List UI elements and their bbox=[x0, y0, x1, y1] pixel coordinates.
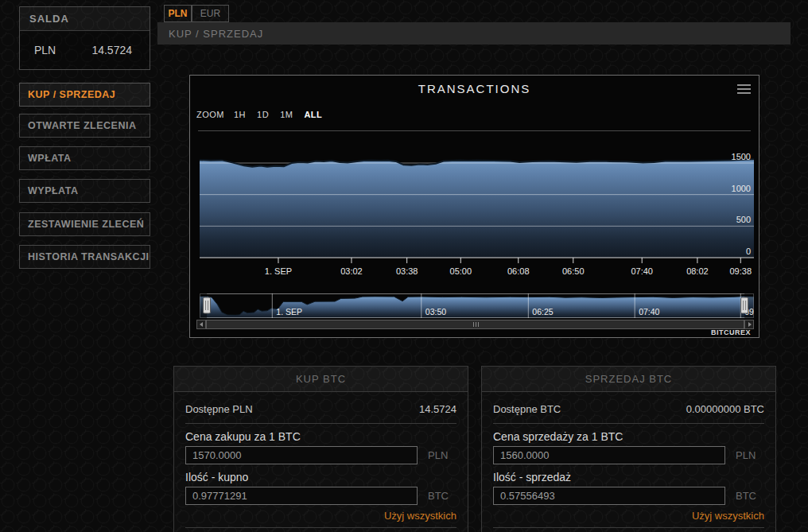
scrollbar-grip-icon bbox=[473, 322, 479, 327]
page-heading: KUP / SPRZEDAJ bbox=[157, 22, 791, 45]
buy-amount-label: Ilość - kupno bbox=[185, 471, 456, 483]
sidebar-item-kup-sprzedaj[interactable]: KUP / SPRZEDAJ bbox=[19, 83, 150, 107]
buy-available-label: Dostępne PLN bbox=[185, 403, 253, 415]
navigator-handle-left[interactable] bbox=[204, 297, 211, 313]
buy-amount-unit: BTC bbox=[428, 490, 449, 502]
balances-title: SALDA bbox=[20, 7, 150, 31]
zoom-label: ZOOM bbox=[196, 110, 224, 119]
divider bbox=[185, 527, 456, 528]
buy-available-value: 14.5724 bbox=[419, 403, 456, 415]
x-axis-label: 1. SEP bbox=[265, 266, 292, 276]
buy-amount-row: BTC bbox=[185, 487, 456, 505]
sell-price-label: Cena sprzedaży za 1 BTC bbox=[493, 430, 764, 443]
sell-use-all-link[interactable]: Użyj wszystkich bbox=[493, 510, 764, 522]
y-axis-label: 1000 bbox=[732, 184, 751, 193]
divider bbox=[493, 527, 764, 528]
zoom-button-1d[interactable]: 1D bbox=[255, 109, 270, 120]
sell-price-unit: PLN bbox=[736, 449, 756, 461]
buy-use-all-link[interactable]: Użyj wszystkich bbox=[185, 510, 456, 522]
sell-panel-title: SPRZEDAJ BTC bbox=[482, 367, 775, 392]
sell-amount-row: BTC bbox=[493, 487, 764, 505]
app-root: SALDA PLN 14.5724 KUP / SPRZEDAJ OTWARTE… bbox=[0, 0, 808, 532]
sidebar-item-wyplata[interactable]: WYPŁATA bbox=[19, 179, 150, 203]
zoom-button-1h[interactable]: 1H bbox=[232, 109, 247, 120]
buy-price-input[interactable] bbox=[185, 446, 418, 464]
x-axis-label: 09:38 bbox=[730, 266, 752, 276]
sidebar-item-label: WYPŁATA bbox=[28, 185, 78, 196]
x-axis-label: 06:08 bbox=[507, 266, 530, 276]
sidebar-item-label: ZESTAWIENIE ZLECEŃ bbox=[28, 219, 144, 230]
transactions-chart-svg[interactable]: 0500100015001. SEP03:0203:3805:0006:0806… bbox=[200, 138, 754, 281]
x-axis-label: 08:02 bbox=[686, 266, 709, 276]
zoom-button-all[interactable]: ALL bbox=[302, 109, 324, 120]
sidebar-item-otwarte-zlecenia[interactable]: OTWARTE ZLECENIA bbox=[19, 114, 150, 138]
sidebar-item-historia-transakcji[interactable]: HISTORIA TRANSAKCJI bbox=[19, 245, 150, 269]
sidebar-item-zestawienie-zlecen[interactable]: ZESTAWIENIE ZLECEŃ bbox=[19, 212, 150, 236]
chart-credits: BITCUREX bbox=[711, 328, 751, 336]
balance-currency: PLN bbox=[34, 44, 56, 56]
scrollbar-thumb[interactable] bbox=[206, 320, 744, 329]
sidebar-item-wplata[interactable]: WPŁATA bbox=[19, 146, 150, 170]
y-axis-label: 1500 bbox=[732, 152, 751, 161]
navigator-label: 1. SEP bbox=[276, 307, 302, 316]
scrollbar-left-arrow[interactable] bbox=[196, 320, 206, 329]
sell-amount-label: Ilość - sprzedaż bbox=[493, 471, 764, 483]
sell-available-row: Dostępne BTC 0.00000000 BTC bbox=[493, 400, 764, 417]
sidebar-item-label: KUP / SPRZEDAJ bbox=[28, 89, 115, 100]
sell-available-label: Dostępne BTC bbox=[493, 403, 561, 415]
x-axis-label: 03:02 bbox=[340, 266, 363, 276]
chart-title: TRANSACTIONS bbox=[190, 82, 759, 95]
buy-price-label: Cena zakupu za 1 BTC bbox=[185, 430, 456, 443]
area-series bbox=[200, 159, 754, 258]
y-axis-label: 500 bbox=[736, 215, 751, 224]
sidebar-item-label: OTWARTE ZLECENIA bbox=[28, 120, 136, 131]
tab-pln[interactable]: PLN bbox=[164, 5, 192, 22]
navigator-label: 03:50 bbox=[425, 307, 446, 316]
chart-zoom-controls: ZOOM 1H 1D 1M ALL bbox=[196, 109, 324, 120]
divider bbox=[493, 423, 764, 424]
x-axis-label: 03:38 bbox=[396, 266, 418, 276]
chart-navigator[interactable]: 1. SEP03:5006:2507:4009:35 bbox=[200, 293, 754, 318]
navigator-svg[interactable]: 1. SEP03:5006:2507:4009:35 bbox=[200, 293, 754, 318]
chart-separator bbox=[198, 130, 751, 131]
navigator-handle-right[interactable] bbox=[741, 297, 748, 313]
balance-amount: 14.5724 bbox=[91, 44, 132, 56]
navigator-label: 06:25 bbox=[532, 307, 553, 316]
buy-price-unit: PLN bbox=[428, 449, 448, 461]
sidebar-item-label: WPŁATA bbox=[28, 153, 72, 164]
sell-amount-unit: BTC bbox=[736, 490, 756, 502]
buy-panel-title: KUP BTC bbox=[174, 367, 468, 392]
chart-scrollbar bbox=[196, 320, 754, 329]
currency-tabs: PLN EUR bbox=[164, 5, 229, 22]
x-axis-label: 06:50 bbox=[562, 266, 585, 276]
sell-price-input[interactable] bbox=[493, 446, 725, 464]
zoom-button-1m[interactable]: 1M bbox=[278, 109, 294, 120]
transactions-chart-panel: TRANSACTIONS ZOOM 1H 1D 1M ALL 050010001… bbox=[189, 75, 759, 338]
buy-amount-input[interactable] bbox=[185, 487, 418, 505]
balances-panel: SALDA PLN 14.5724 bbox=[19, 6, 150, 70]
buy-panel: KUP BTC Dostępne PLN 14.5724 Cena zakupu… bbox=[173, 366, 468, 532]
sidebar-item-label: HISTORIA TRANSAKCJI bbox=[28, 251, 150, 262]
sell-panel: SPRZEDAJ BTC Dostępne BTC 0.00000000 BTC… bbox=[481, 366, 776, 532]
sell-amount-input[interactable] bbox=[493, 487, 725, 505]
x-axis-label: 07:40 bbox=[631, 266, 653, 276]
navigator-label: 07:40 bbox=[639, 307, 659, 316]
divider bbox=[185, 423, 456, 424]
y-axis-label: 0 bbox=[746, 247, 751, 256]
tab-eur[interactable]: EUR bbox=[192, 5, 229, 22]
buy-price-row: PLN bbox=[185, 446, 456, 464]
x-axis-label: 05:00 bbox=[450, 266, 472, 276]
chart-menu-icon[interactable] bbox=[737, 84, 751, 94]
balance-row: PLN 14.5724 bbox=[20, 31, 150, 69]
chart-plot-area[interactable]: 0500100015001. SEP03:0203:3805:0006:0806… bbox=[200, 138, 754, 281]
sell-price-row: PLN bbox=[493, 446, 764, 464]
buy-available-row: Dostępne PLN 14.5724 bbox=[185, 400, 456, 417]
sell-available-value: 0.00000000 BTC bbox=[686, 403, 764, 415]
